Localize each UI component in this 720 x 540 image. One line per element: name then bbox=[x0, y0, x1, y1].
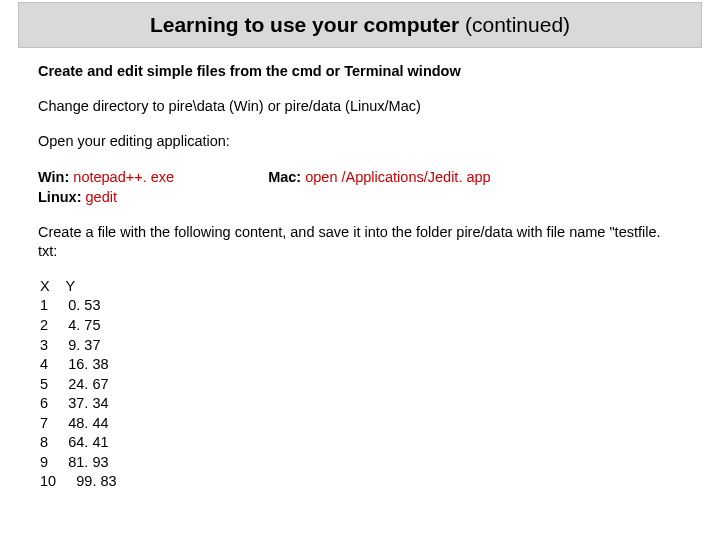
table-row: 6 37. 34 bbox=[40, 394, 682, 414]
table-row: 1 0. 53 bbox=[40, 296, 682, 316]
slide-content: Create and edit simple files from the cm… bbox=[0, 48, 720, 492]
title-bold: Learning to use your computer bbox=[150, 13, 459, 36]
mac-label: Mac: bbox=[268, 169, 305, 185]
table-row: 2 4. 75 bbox=[40, 316, 682, 336]
win-command: notepad++. exe bbox=[73, 169, 174, 185]
table-row: 5 24. 67 bbox=[40, 375, 682, 395]
linux-command: gedit bbox=[86, 189, 117, 205]
table-row: X Y bbox=[40, 277, 682, 297]
create-file-instruction: Create a file with the following content… bbox=[38, 223, 682, 261]
mac-command: open /Applications/Jedit. app bbox=[305, 169, 490, 185]
title-normal: (continued) bbox=[459, 13, 570, 36]
table-row: 7 48. 44 bbox=[40, 414, 682, 434]
data-table: X Y 1 0. 53 2 4. 75 3 9. 37 4 16. 38 5 2… bbox=[38, 277, 682, 492]
commands-block: Win: notepad++. exe Mac: open /Applicati… bbox=[38, 167, 682, 208]
subheading: Create and edit simple files from the cm… bbox=[38, 62, 682, 81]
slide-title: Learning to use your computer (continued… bbox=[18, 2, 702, 48]
table-row: 9 81. 93 bbox=[40, 453, 682, 473]
linux-label: Linux: bbox=[38, 189, 86, 205]
open-app-instruction: Open your editing application: bbox=[38, 132, 682, 151]
cd-instruction: Change directory to pire\data (Win) or p… bbox=[38, 97, 682, 116]
table-row: 10 99. 83 bbox=[40, 472, 682, 492]
table-row: 4 16. 38 bbox=[40, 355, 682, 375]
table-row: 3 9. 37 bbox=[40, 336, 682, 356]
win-label: Win: bbox=[38, 169, 73, 185]
table-row: 8 64. 41 bbox=[40, 433, 682, 453]
